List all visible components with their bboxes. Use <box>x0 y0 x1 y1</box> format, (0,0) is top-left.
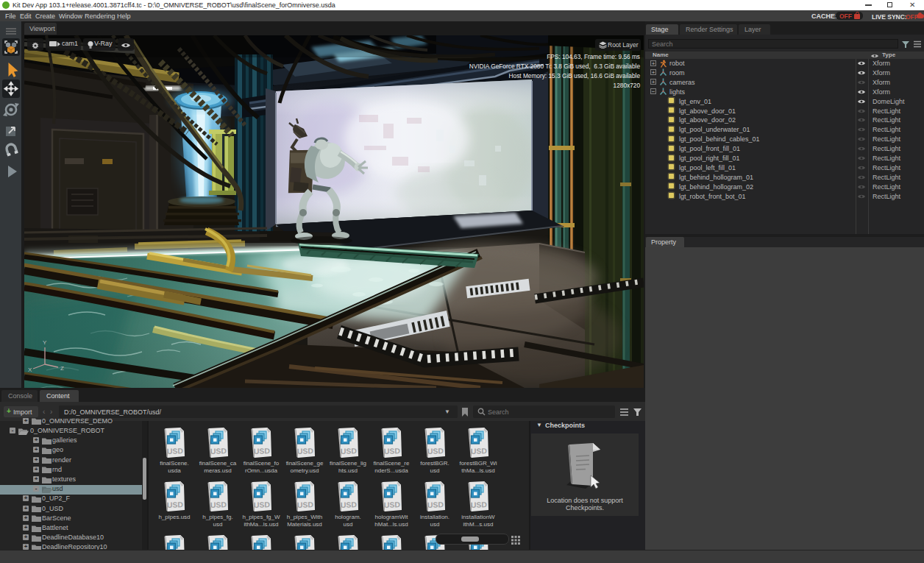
svg-text:Z: Z <box>60 365 64 372</box>
svg-text:X: X <box>28 367 32 373</box>
svg-text:Y: Y <box>43 339 47 346</box>
